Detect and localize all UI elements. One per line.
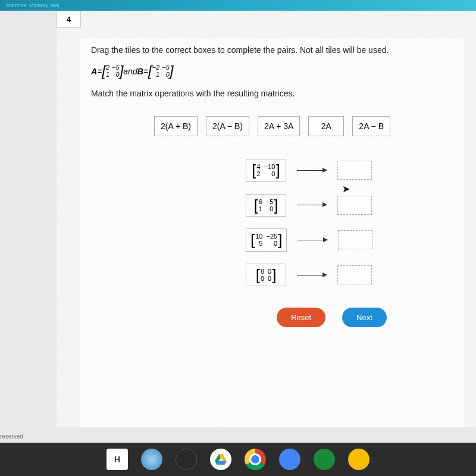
question-content: Drag the tiles to the correct boxes to c…	[80, 38, 464, 427]
footer-text: reserved.	[0, 433, 476, 440]
pairs-column: [ 4−10 20 ] [ 6−5 10 ]	[246, 159, 453, 286]
taskbar-green-icon[interactable]	[314, 449, 335, 470]
var-b: B	[137, 67, 143, 76]
drop-target[interactable]	[337, 265, 372, 284]
matrix-definitions: A = [ 2−5 10 ] and B = [ −2−5 10 ]	[91, 63, 453, 80]
taskbar-drive-icon[interactable]	[210, 449, 231, 470]
cursor-icon: ➤	[342, 183, 350, 195]
breadcrumb-text: Matrices: Mastery Test	[6, 2, 60, 8]
button-row: Reset Next	[210, 308, 453, 327]
pair-row: [ 6−5 10 ]	[246, 194, 453, 217]
result-matrix: [ 80 00 ]	[246, 264, 286, 287]
result-matrix: [ 4−10 20 ]	[246, 159, 286, 182]
result-matrix: [ 10−25 50 ]	[246, 228, 287, 252]
pair-row: [ 80 00 ]	[246, 264, 453, 287]
tiles-row: 2(A + B) 2(A − B) 2A + 3A 2A 2A − B	[91, 116, 453, 136]
tile-2a[interactable]: 2A	[308, 116, 344, 136]
var-a: A	[91, 67, 97, 76]
pair-row: [ 10−25 50 ]	[246, 228, 453, 252]
instruction-primary: Drag the tiles to the correct boxes to c…	[91, 45, 453, 55]
tile-2a-minus-b-paren[interactable]: 2(A − B)	[206, 116, 249, 136]
arrow-icon	[297, 170, 327, 171]
question-tab[interactable]: 4	[57, 11, 81, 28]
next-button[interactable]: Next	[342, 308, 387, 327]
taskbar-chrome-icon[interactable]	[245, 449, 266, 470]
tile-2a-plus-3a[interactable]: 2A + 3A	[258, 116, 300, 136]
taskbar-h-icon[interactable]: H	[107, 449, 128, 470]
matrix-a: [ 2−5 10 ]	[102, 63, 123, 80]
taskbar-calc-icon[interactable]	[279, 449, 300, 470]
and-text: and	[123, 67, 137, 76]
page-area: 4 Drag the tiles to the correct boxes to…	[57, 11, 476, 427]
arrow-icon	[297, 205, 327, 205]
instruction-secondary: Match the matrix operations with the res…	[91, 89, 453, 98]
matrix-b: [ −2−5 10 ]	[148, 63, 173, 80]
drop-target[interactable]	[337, 161, 372, 180]
arrow-icon	[298, 240, 327, 240]
taskbar-chat-icon[interactable]	[141, 449, 162, 470]
pair-row: [ 4−10 20 ]	[246, 159, 453, 182]
taskbar-app-icon[interactable]	[176, 449, 197, 470]
result-matrix: [ 6−5 10 ]	[246, 194, 286, 217]
taskbar-yellow-icon[interactable]	[348, 449, 369, 470]
drop-target[interactable]	[337, 196, 372, 215]
tile-2a-minus-b[interactable]: 2A − B	[352, 116, 390, 136]
header-bar: Matrices: Mastery Test	[0, 0, 476, 11]
tile-2a-plus-b[interactable]: 2(A + B)	[154, 116, 198, 136]
arrow-icon	[297, 275, 327, 275]
taskbar: H	[0, 443, 476, 476]
drop-target[interactable]	[338, 230, 372, 249]
reset-button[interactable]: Reset	[277, 308, 325, 327]
equals: =	[143, 67, 148, 76]
